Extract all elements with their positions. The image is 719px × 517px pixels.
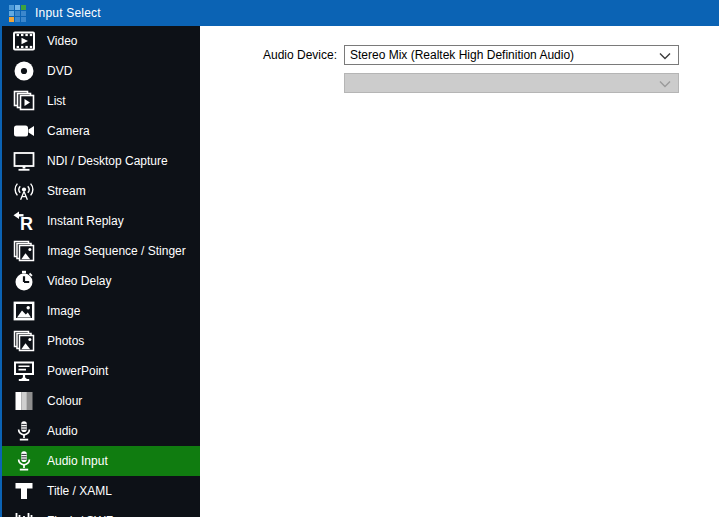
sidebar-item-label: Video Delay (47, 274, 112, 288)
sidebar-item-label: Image (47, 304, 80, 318)
photos-icon (10, 328, 38, 354)
sidebar-item-audio-input[interactable]: Audio Input (2, 446, 200, 476)
app-icon-square (21, 11, 26, 16)
sidebar-item-label: Image Sequence / Stinger (47, 244, 186, 258)
sidebar-item-colour[interactable]: Colour (2, 386, 200, 416)
video-delay-icon (10, 268, 38, 294)
input-select-window: Input Select VideoDVDListCameraNDI / Des… (0, 0, 719, 517)
titlebar: Input Select (0, 0, 719, 26)
sidebar-item-powerpoint[interactable]: PowerPoint (2, 356, 200, 386)
sidebar-item-photos[interactable]: Photos (2, 326, 200, 356)
sidebar-item-list[interactable]: List (2, 86, 200, 116)
microphone-icon (10, 448, 38, 474)
app-icon-square (9, 5, 14, 10)
image-sequence-icon (10, 238, 38, 264)
instant-replay-icon: R (10, 208, 38, 234)
monitor-icon (10, 148, 38, 174)
sidebar-item-label: Video (47, 34, 77, 48)
sidebar-item-video-delay[interactable]: Video Delay (2, 266, 200, 296)
audio-input-panel: Audio Device: Stereo Mix (Realtek High D… (200, 26, 719, 517)
app-icon-square (21, 5, 26, 10)
audio-device-select[interactable]: Stereo Mix (Realtek High Definition Audi… (344, 45, 679, 65)
app-icon-square (15, 5, 20, 10)
sidebar-item-label: Title / XAML (47, 484, 112, 498)
image-icon (10, 298, 38, 324)
sidebar-item-label: Camera (47, 124, 90, 138)
app-icon-square (15, 11, 20, 16)
sidebar-item-label: List (47, 94, 66, 108)
sidebar-item-image[interactable]: Image (2, 296, 200, 326)
sidebar-item-label: Stream (47, 184, 86, 198)
sidebar-item-ndi-desktop-capture[interactable]: NDI / Desktop Capture (2, 146, 200, 176)
chevron-down-icon (659, 80, 671, 88)
input-type-sidebar: VideoDVDListCameraNDI / Desktop CaptureS… (0, 26, 200, 517)
app-icon-square (9, 11, 14, 16)
app-icon-square (21, 17, 26, 22)
sidebar-item-label: Audio (47, 424, 78, 438)
sidebar-item-label: PowerPoint (47, 364, 108, 378)
microphone-icon (10, 418, 38, 444)
sidebar-item-label: DVD (47, 64, 72, 78)
film-video-icon (10, 28, 38, 54)
sidebar-item-label: NDI / Desktop Capture (47, 154, 168, 168)
flash-icon (10, 508, 38, 517)
app-icon-square (15, 17, 20, 22)
sidebar-item-label: Photos (47, 334, 84, 348)
sidebar-item-audio[interactable]: Audio (2, 416, 200, 446)
camera-icon (10, 118, 38, 144)
list-icon (10, 88, 38, 114)
app-icon-square (9, 17, 14, 22)
dvd-icon (10, 58, 38, 84)
window-content: VideoDVDListCameraNDI / Desktop CaptureS… (0, 26, 719, 517)
sidebar-item-image-sequence-stinger[interactable]: Image Sequence / Stinger (2, 236, 200, 266)
sidebar-item-title-xaml[interactable]: Title / XAML (2, 476, 200, 506)
app-icon (9, 5, 26, 22)
sidebar-item-camera[interactable]: Camera (2, 116, 200, 146)
sidebar-item-flash-swf[interactable]: Flash / SWF (2, 506, 200, 517)
powerpoint-icon (10, 358, 38, 384)
svg-text:R: R (20, 214, 33, 234)
sidebar-item-instant-replay[interactable]: RInstant Replay (2, 206, 200, 236)
sidebar-item-label: Instant Replay (47, 214, 124, 228)
colour-icon (10, 388, 38, 414)
sidebar-item-stream[interactable]: Stream (2, 176, 200, 206)
chevron-down-icon (659, 52, 671, 60)
sidebar-item-label: Audio Input (47, 454, 108, 468)
stream-icon (10, 178, 38, 204)
audio-device-label: Audio Device: (200, 45, 337, 65)
sidebar-item-label: Colour (47, 394, 82, 408)
window-title: Input Select (35, 6, 101, 20)
secondary-device-select (344, 73, 679, 93)
sidebar-item-dvd[interactable]: DVD (2, 56, 200, 86)
sidebar-item-video[interactable]: Video (2, 26, 200, 56)
title-text-icon (10, 478, 38, 504)
audio-device-value: Stereo Mix (Realtek High Definition Audi… (350, 48, 574, 62)
